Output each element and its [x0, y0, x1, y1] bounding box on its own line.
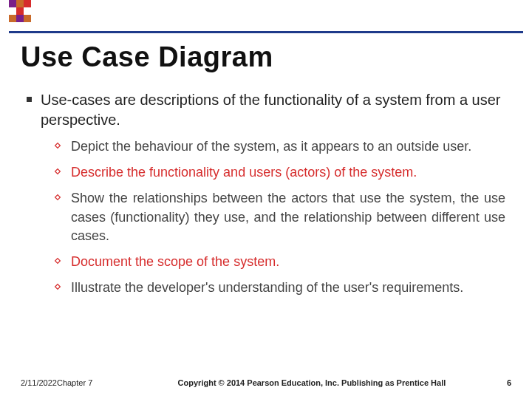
sub-bullet-text: Describe the functionality and users (ac… [71, 163, 505, 182]
main-bullet-text: Use-cases are descriptions of the functi… [41, 90, 505, 130]
title-underline [9, 31, 523, 33]
diamond-bullet-icon [53, 282, 62, 291]
sub-bullet-text: Show the relationships between the actor… [71, 189, 505, 245]
slide-body: Use-cases are descriptions of the functi… [27, 90, 505, 304]
diamond-bullet-icon [53, 193, 62, 202]
square-bullet-icon [27, 97, 32, 102]
diamond-bullet-icon [53, 167, 62, 176]
slide-title: Use Case Diagram [21, 41, 273, 73]
sub-bullet-list: Depict the behaviour of the system, as i… [53, 137, 505, 297]
sub-bullet: Describe the functionality and users (ac… [53, 163, 505, 182]
footer-page-number: 6 [507, 378, 511, 387]
sub-bullet: Document the scope of the system. [53, 253, 505, 271]
sub-bullet: Show the relationships between the actor… [53, 189, 505, 245]
sub-bullet-text: Illustrate the developer's understanding… [71, 279, 505, 297]
sub-bullet-text: Document the scope of the system. [71, 253, 505, 271]
svg-rect-3 [16, 7, 24, 15]
footer-copyright: Copyright © 2014 Pearson Education, Inc.… [117, 378, 507, 387]
svg-rect-1 [16, 0, 24, 7]
diamond-bullet-icon [53, 141, 62, 150]
slide-footer: 2/11/2022Chapter 7 Copyright © 2014 Pear… [0, 378, 532, 387]
svg-rect-5 [16, 15, 24, 22]
sub-bullet: Depict the behaviour of the system, as i… [53, 137, 505, 156]
slide-logo [9, 0, 53, 30]
sub-bullet-text: Depict the behaviour of the system, as i… [71, 137, 505, 156]
main-bullet: Use-cases are descriptions of the functi… [27, 90, 505, 130]
sub-bullet: Illustrate the developer's understanding… [53, 279, 505, 297]
svg-rect-0 [9, 0, 16, 7]
svg-rect-6 [24, 15, 31, 22]
svg-rect-4 [9, 15, 16, 22]
footer-date: 2/11/2022Chapter 7 [21, 378, 117, 387]
svg-rect-2 [24, 0, 31, 7]
diamond-bullet-icon [53, 256, 62, 265]
